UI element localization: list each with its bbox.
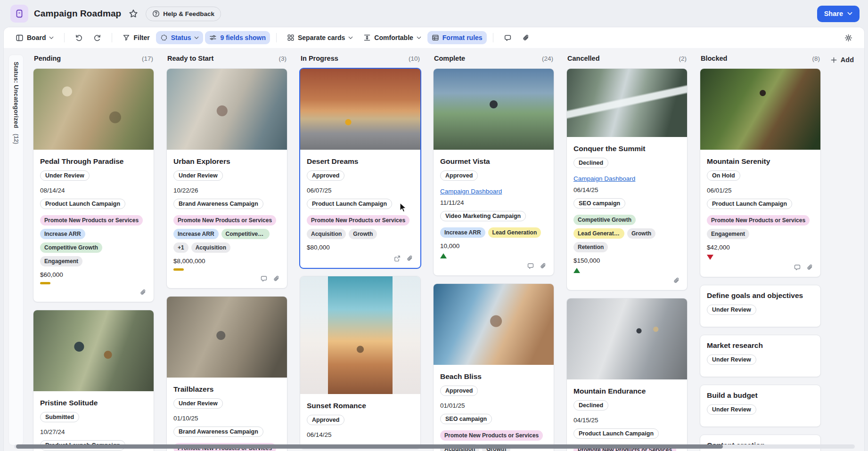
column-title: Complete [434,55,465,62]
separate-cards-button[interactable]: Separate cards [283,31,357,44]
progress-minibar [40,282,147,284]
campaign-card-beach-bliss[interactable]: Beach BlissApproved01/01/25SEO campaignP… [433,283,554,451]
card-body: Urban ExplorersUnder Review10/22/26Brand… [167,150,287,288]
status-row: Under Review [173,170,280,183]
favorite-star-icon[interactable] [127,7,140,20]
campaign-card-define-goals-and-objectives[interactable]: Define goals and objectivesUnder Review [700,285,821,327]
comment-icon[interactable] [260,275,268,282]
rocky-trail-photo [167,297,287,378]
attachments-button[interactable] [518,31,534,45]
campaign-card-market-research[interactable]: Market researchUnder Review [700,335,821,377]
man-with-dog-photo [33,310,154,391]
campaign-dashboard-link[interactable]: Campaign Dashboard [573,175,635,182]
campaign-card-sunset-romance[interactable]: Sunset RomanceApproved06/14/25 [300,276,421,449]
add-column-button[interactable]: Add [827,56,857,64]
comment-icon[interactable] [527,262,534,270]
collapsed-group-uncategorized[interactable]: Status: Uncategorized (12) [8,55,24,445]
filter-button[interactable]: Filter [118,31,154,44]
card-title: Pedal Through Paradise [40,157,147,166]
board-column-cancelled: Cancelled(2)Conquer the SummitDeclinedCa… [566,55,688,451]
help-feedback-button[interactable]: Help & Feedback [146,7,221,21]
card-body: Build a budgetUnder Review [700,385,820,427]
status-row: Approved [440,170,547,183]
undo-button[interactable] [71,31,87,45]
fields-shown-label: 9 fields shown [220,34,265,41]
status-badge: Approved [307,170,344,181]
card-body: Pristine SolitudeSubmitted10/27/24Produc… [33,391,154,451]
card-date: 10/27/24 [40,428,147,435]
fields-shown-button[interactable]: 9 fields shown [205,31,270,44]
view-switcher-button[interactable]: Board [11,31,58,45]
card-title: Trailblazers [173,385,280,394]
format-rules-button[interactable]: Format rules [427,31,487,44]
campaign-type-badge: Brand Awareness Campaign [173,199,263,209]
tag-increase-arr: Increase ARR [173,229,219,239]
group-by-status-button[interactable]: Status [156,31,204,44]
tag-promote-new-products-or-services: Promote New Products or Services [440,430,543,441]
card-title: Urban Explorers [173,157,280,166]
attachment-icon[interactable] [406,255,414,262]
campaign-card-mountain-endurance[interactable]: Mountain EnduranceDeclined04/15/25Produc… [566,298,688,451]
status-badge: Under Review [707,404,756,415]
status-row: Under Review [707,354,814,367]
trend-indicator [440,253,547,258]
campaign-card-gourmet-vista[interactable]: Gourmet VistaApprovedCampaign Dashboard1… [433,68,554,276]
row-comments-button[interactable] [500,31,516,45]
card-title: Market research [707,341,814,350]
card-body: TrailblazersUnder Review01/10/25Brand Aw… [167,378,287,451]
column-header: Complete(24) [433,55,554,62]
campaign-card-build-a-budget[interactable]: Build a budgetUnder Review [700,385,821,427]
campaign-type-row: Video Marketing Campaign [440,211,547,223]
tag-promote-new-products-or-services: Promote New Products or Services [707,215,810,226]
campaign-card-pristine-solitude[interactable]: Pristine SolitudeSubmitted10/27/24Produc… [33,310,154,451]
card-title: Mountain Serenity [707,157,814,166]
attachment-icon[interactable] [673,277,680,284]
settings-button[interactable] [840,31,857,45]
tag-acquisition: Acquisition [191,242,230,253]
card-body: Beach BlissApproved01/01/25SEO campaignP… [434,365,554,451]
campaign-card-trailblazers[interactable]: TrailblazersUnder Review01/10/25Brand Aw… [166,296,287,451]
group-by-label: Status [171,34,191,41]
app-logo-icon[interactable] [10,5,28,23]
expand-icon[interactable] [393,255,401,262]
row-height-label: Comfortable [374,34,413,41]
comment-icon [504,34,512,42]
status-row: Approved [307,415,414,427]
card-stack: Urban ExplorersUnder Review10/22/26Brand… [166,68,287,451]
comment-icon[interactable] [794,264,801,271]
attachment-icon[interactable] [540,262,547,270]
horizontal-scrollbar[interactable] [14,444,855,449]
status-badge: Submitted [40,412,79,422]
horizontal-scrollbar-thumb[interactable] [16,444,723,449]
campaign-dashboard-link[interactable]: Campaign Dashboard [440,188,502,195]
redo-button[interactable] [89,31,106,45]
card-body: Define goals and objectivesUnder Review [700,285,820,327]
campaign-type-row: Brand Awareness Campaign [173,199,280,211]
column-count: (2) [679,55,687,62]
share-button[interactable]: Share [817,6,860,22]
attachment-icon[interactable] [139,289,147,296]
campaign-type-row: Product Launch Campaign [707,199,814,211]
status-row: Declined [573,400,680,412]
row-height-button[interactable]: Comfortable [359,31,425,44]
progress-minibar [173,268,280,271]
card-date: 08/14/24 [40,187,147,194]
status-row: Under Review [707,305,814,317]
campaign-type-row: SEO campaign [440,414,547,426]
minibar-fill [40,282,50,284]
tag-list: Promote New Products or ServicesEngageme… [707,215,814,239]
main-panel: Board Filter [4,27,864,451]
campaign-card-mountain-serenity[interactable]: Mountain SerenityOn Hold06/01/25Product … [700,68,821,277]
sunbather-photo [434,284,554,365]
chevron-down-icon [847,12,852,16]
card-stack: Mountain SerenityOn Hold06/01/25Product … [700,68,821,451]
campaign-card-conquer-the-summit[interactable]: Conquer the SummitDeclinedCampaign Dashb… [566,68,688,290]
triangle-up-icon [573,268,580,273]
campaign-card-pedal-through-paradise[interactable]: Pedal Through ParadiseUnder Review08/14/… [33,68,154,302]
card-date: 04/15/25 [573,417,680,424]
attachment-icon[interactable] [806,264,814,271]
attachment-icon[interactable] [273,275,280,282]
campaign-card-urban-explorers[interactable]: Urban ExplorersUnder Review10/22/26Brand… [166,68,287,289]
tag-promote-new-products-or-services: Promote New Products or Services [173,215,276,226]
campaign-card-desert-dreams[interactable]: Desert DreamsApproved06/07/25Product Lau… [299,68,421,269]
